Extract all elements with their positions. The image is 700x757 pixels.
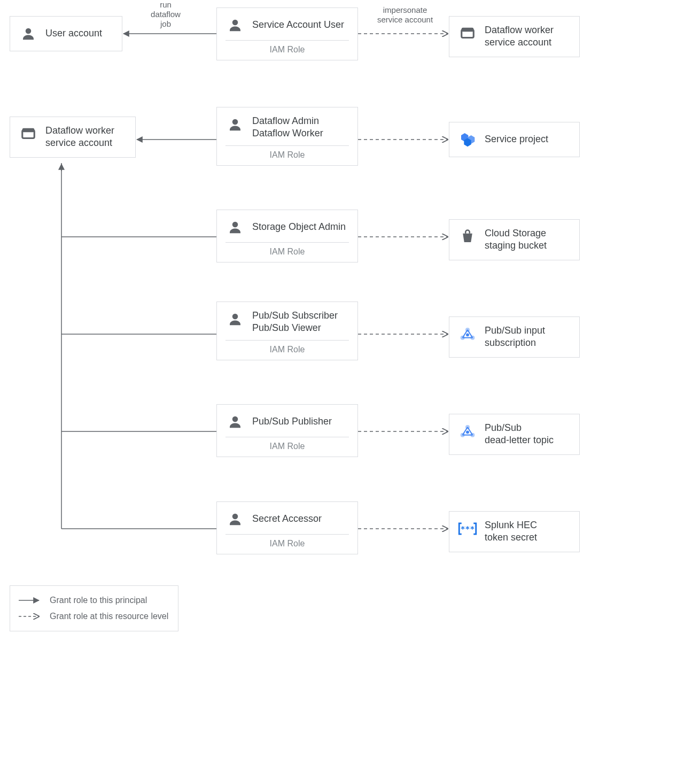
person-icon bbox=[225, 509, 245, 529]
svg-rect-17 bbox=[462, 28, 474, 32]
node-line1: Splunk HEC bbox=[485, 519, 571, 531]
node-line1: Cloud Storage bbox=[485, 227, 571, 240]
pubsub-icon bbox=[458, 325, 477, 344]
service-account-user-node: Service Account User IAM Role bbox=[216, 7, 358, 60]
person-icon bbox=[225, 310, 245, 329]
secret-accessor-node: Secret Accessor IAM Role bbox=[216, 501, 358, 554]
svg-point-14 bbox=[26, 28, 32, 34]
svg-rect-19 bbox=[22, 128, 35, 133]
user-account-label: User account bbox=[45, 27, 113, 40]
pubsub-subscriber-node: Pub/Sub Subscriber Pub/Sub Viewer IAM Ro… bbox=[216, 302, 358, 360]
node-line1: Pub/Sub bbox=[485, 422, 571, 434]
pubsub-publisher-node: Pub/Sub Publisher IAM Role bbox=[216, 404, 358, 457]
storage-object-admin-node: Storage Object Admin IAM Role bbox=[216, 210, 358, 262]
legend-dashed-label: Grant role at this resource level bbox=[50, 612, 168, 621]
node-line1: Dataflow worker bbox=[45, 125, 127, 137]
legend-solid-label: Grant role to this principal bbox=[50, 596, 147, 605]
legend-solid-arrow-icon bbox=[18, 595, 43, 606]
role-subtitle: IAM Role bbox=[217, 341, 357, 360]
role-title: Service Account User bbox=[252, 19, 349, 31]
svg-point-41 bbox=[232, 514, 238, 520]
node-line2: service account bbox=[45, 137, 127, 149]
splunk-secret-node: *** Splunk HEC token secret bbox=[449, 511, 580, 552]
service-account-icon bbox=[458, 24, 477, 43]
service-project-node: Service project bbox=[449, 122, 580, 157]
dataflow-worker-sa-left-node: Dataflow worker service account bbox=[10, 117, 136, 158]
person-icon bbox=[19, 24, 38, 43]
service-account-icon bbox=[19, 125, 38, 144]
svg-point-24 bbox=[232, 222, 238, 228]
node-line2: token secret bbox=[485, 531, 571, 544]
node-title: Service project bbox=[485, 133, 571, 145]
legend-dashed-arrow-icon bbox=[18, 611, 43, 622]
edge-label-run-job: run dataflow job bbox=[134, 0, 198, 29]
person-icon bbox=[225, 218, 245, 237]
pubsub-dead-letter-node: Pub/Sub dead-letter topic bbox=[449, 414, 580, 455]
role-line1: Dataflow Admin bbox=[252, 115, 349, 127]
role-subtitle: IAM Role bbox=[217, 243, 357, 262]
role-line2: Pub/Sub Viewer bbox=[252, 322, 349, 334]
svg-point-32 bbox=[466, 333, 469, 336]
role-title: Secret Accessor bbox=[252, 513, 349, 525]
role-line1: Pub/Sub Subscriber bbox=[252, 310, 349, 322]
legend-box: Grant role to this principal Grant role … bbox=[10, 585, 178, 631]
dataflow-worker-sa-top-node: Dataflow worker service account bbox=[449, 16, 580, 57]
dataflow-admin-worker-node: Dataflow Admin Dataflow Worker IAM Role bbox=[216, 107, 358, 166]
role-subtitle: IAM Role bbox=[217, 146, 357, 165]
node-line2: subscription bbox=[485, 337, 571, 349]
role-line2: Dataflow Worker bbox=[252, 127, 349, 140]
pubsub-input-sub-node: Pub/Sub input subscription bbox=[449, 316, 580, 358]
user-account-node: User account bbox=[10, 16, 122, 51]
svg-point-25 bbox=[232, 314, 238, 320]
node-line2: dead-letter topic bbox=[485, 434, 571, 446]
person-icon bbox=[225, 16, 245, 35]
secret-icon: *** bbox=[458, 519, 477, 538]
pubsub-icon bbox=[458, 422, 477, 441]
role-title: Storage Object Admin bbox=[252, 221, 349, 233]
node-line1: Dataflow worker bbox=[485, 24, 571, 36]
person-icon bbox=[225, 115, 245, 134]
project-icon bbox=[458, 130, 477, 149]
svg-point-33 bbox=[232, 416, 238, 422]
svg-text:***: *** bbox=[461, 524, 475, 533]
svg-point-15 bbox=[232, 20, 238, 26]
role-subtitle: IAM Role bbox=[217, 535, 357, 554]
role-subtitle: IAM Role bbox=[217, 41, 357, 60]
svg-point-40 bbox=[466, 430, 469, 434]
edge-label-impersonate: impersonate service account bbox=[368, 5, 442, 25]
node-line2: service account bbox=[485, 36, 571, 49]
node-line1: Pub/Sub input bbox=[485, 325, 571, 337]
person-icon bbox=[225, 412, 245, 431]
node-line2: staging bucket bbox=[485, 240, 571, 252]
role-title: Pub/Sub Publisher bbox=[252, 415, 349, 428]
svg-point-20 bbox=[232, 119, 238, 125]
cloud-storage-bucket-node: Cloud Storage staging bucket bbox=[449, 219, 580, 260]
bucket-icon bbox=[458, 227, 477, 246]
role-subtitle: IAM Role bbox=[217, 437, 357, 457]
